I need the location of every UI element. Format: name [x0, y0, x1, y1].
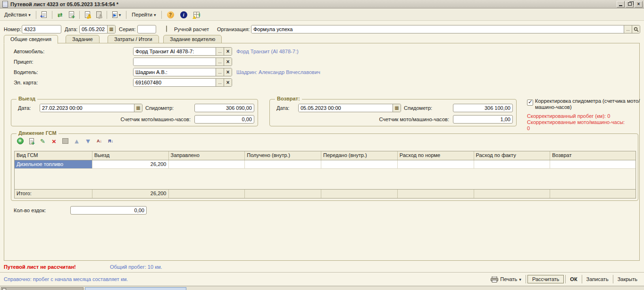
reread-button[interactable]: ← — [39, 10, 49, 20]
return-odometer-input[interactable] — [453, 104, 513, 112]
statusbar-divider — [0, 272, 644, 273]
trips-input[interactable] — [70, 206, 147, 215]
window-tab-strip — [0, 286, 644, 290]
table-row[interactable]: Дизельное топливо 26,200 — [15, 160, 636, 169]
departure-odometer-input[interactable] — [194, 104, 254, 112]
ellipsis-icon[interactable]: ... — [216, 68, 224, 76]
unpost-document-button[interactable] — [94, 10, 104, 20]
series-label: Серия: — [119, 26, 135, 32]
return-hours-input[interactable] — [453, 115, 513, 124]
driver-label: Водитель: — [14, 69, 38, 75]
calculate-button[interactable]: Рассчитать — [527, 275, 564, 283]
column-header-fuel-type[interactable]: Вид ГСМ — [15, 151, 92, 160]
cell-fuel-type[interactable]: Дизельное топливо — [15, 160, 92, 169]
save-button[interactable]: Записать — [582, 275, 613, 283]
series-input[interactable] — [137, 25, 156, 33]
save-grid-icon — [62, 138, 68, 144]
delete-row-button[interactable]: × — [50, 137, 58, 145]
total-mileage-text: Общий пробег: 10 км. — [110, 264, 162, 270]
tab-task[interactable]: Задание — [66, 35, 100, 43]
cell-fact[interactable] — [474, 160, 551, 169]
down-arrow-icon: ▼ — [86, 138, 90, 144]
cell-transferred[interactable] — [321, 160, 398, 169]
number-label: Номер: — [4, 26, 21, 32]
ellipsis-icon[interactable]: ... — [216, 58, 224, 66]
magnifier-icon[interactable] — [632, 25, 640, 33]
calendar-icon[interactable]: ▦ — [134, 104, 142, 112]
sort-desc-button[interactable]: Я↓ — [107, 137, 115, 145]
refresh-button[interactable]: ⇄ — [55, 10, 65, 20]
column-header-return[interactable]: Возврат — [550, 151, 636, 160]
column-header-departure[interactable]: Выезд — [92, 151, 169, 160]
actions-button[interactable]: Действия ▼ — [2, 10, 33, 20]
edit-row-button[interactable]: ✎ — [39, 137, 47, 145]
calendar-icon[interactable]: ▦ — [393, 104, 401, 112]
copy-add-icon: + — [69, 11, 74, 18]
return-date-input[interactable] — [299, 104, 393, 112]
organization-input[interactable] — [251, 25, 624, 33]
card-input[interactable] — [134, 79, 216, 86]
end-edit-button[interactable] — [61, 137, 69, 145]
ok-button[interactable]: ОК — [566, 275, 581, 283]
add-row-button[interactable]: + — [16, 137, 24, 145]
cell-departure[interactable]: 26,200 — [92, 160, 169, 169]
return-hours-label: Счетчик мото/машино-часов: — [298, 116, 449, 122]
close-form-button[interactable]: Закрыть — [613, 275, 642, 283]
window-tab-2[interactable] — [85, 287, 186, 290]
window-tab-1[interactable] — [1, 287, 84, 290]
close-button[interactable]: × — [635, 1, 643, 8]
chevron-down-icon: ▼ — [154, 13, 156, 17]
column-header-transferred[interactable]: Передано (внутр.) — [321, 151, 398, 160]
structure-button[interactable]: ↕ — [191, 10, 202, 20]
trailer-label: Прицеп: — [14, 59, 33, 65]
driver-input[interactable] — [134, 68, 216, 76]
corrected-mileage-text: Скорректированный пробег (км): 0 — [527, 113, 640, 119]
ellipsis-icon[interactable]: ... — [216, 48, 224, 55]
column-header-received[interactable]: Получено (внутр.) — [245, 151, 321, 160]
cell-received[interactable] — [245, 160, 321, 169]
column-header-norm[interactable]: Расход по норме — [398, 151, 474, 160]
card-field: ... × — [133, 78, 232, 87]
add-icon: + — [17, 138, 24, 144]
goto-button[interactable]: Перейти ▼ — [129, 10, 158, 20]
manual-calc-checkbox[interactable]: ✓ — [166, 25, 167, 32]
window-tab-icon — [2, 288, 6, 290]
date-input[interactable] — [80, 25, 107, 33]
cell-return[interactable] — [550, 160, 636, 169]
help-button[interactable]: ? — [165, 10, 176, 20]
clear-icon[interactable]: × — [224, 48, 232, 55]
departure-date-input[interactable] — [40, 104, 134, 112]
tab-general[interactable]: Общие сведения — [4, 35, 58, 44]
date-field: ▦ — [79, 25, 116, 33]
minimize-button[interactable] — [617, 1, 625, 8]
cell-filled[interactable] — [169, 160, 245, 169]
ellipsis-icon[interactable]: ... — [624, 25, 632, 33]
ellipsis-icon[interactable]: ... — [216, 79, 224, 86]
post-document-button[interactable] — [83, 10, 92, 20]
info-button[interactable]: i — [178, 10, 190, 20]
copy-row-button[interactable]: + — [27, 137, 35, 145]
trailer-input[interactable] — [134, 58, 216, 66]
restore-button[interactable] — [626, 1, 634, 8]
reread-icon: ← — [42, 11, 47, 18]
column-header-filled[interactable]: Заправлено — [169, 151, 245, 160]
clear-icon[interactable]: × — [224, 79, 232, 86]
number-input[interactable] — [22, 25, 61, 33]
clear-icon[interactable]: × — [224, 58, 232, 66]
main-toolbar: Действия ▼ ← ⇄ + ▶ ▼ Перейти ▼ ? i ↕ — [0, 9, 644, 21]
tab-driver-task[interactable]: Задание водителю — [163, 35, 222, 43]
copy-button[interactable]: + — [67, 10, 76, 20]
print-button[interactable]: Печать ▼ — [486, 275, 526, 283]
cell-norm[interactable] — [398, 160, 474, 169]
vehicle-input[interactable] — [134, 48, 216, 55]
clear-icon[interactable]: × — [224, 68, 232, 76]
move-down-button[interactable]: ▼ — [84, 137, 92, 145]
calendar-icon[interactable]: ▦ — [107, 25, 115, 33]
output-button[interactable]: ▶ ▼ — [110, 10, 124, 20]
departure-hours-input[interactable] — [194, 115, 254, 124]
move-up-button[interactable]: ▲ — [73, 137, 81, 145]
sort-asc-button[interactable]: А↓ — [95, 137, 103, 145]
tab-costs[interactable]: Затраты / Итоги — [108, 35, 159, 43]
correction-checkbox[interactable]: ✓ — [527, 99, 533, 106]
column-header-fact[interactable]: Расход по факту — [474, 151, 551, 160]
